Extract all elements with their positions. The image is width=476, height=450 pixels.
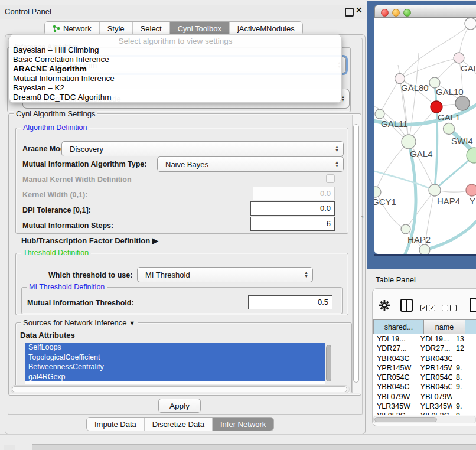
cyni-bottom-tabs: Impute DataDiscretize DataInfer Network [86,417,274,431]
table-row[interactable]: YBR043CYBR043C [373,354,476,363]
network-node-gal[interactable] [454,53,464,63]
tab-discretize-data[interactable]: Discretize Data [145,418,213,431]
column-header[interactable]: name [424,319,465,334]
mi-type-select[interactable]: Naive Bayes ▲▼ [157,156,344,172]
attribute-list-item[interactable]: TopologicalCoefficient [25,353,325,363]
algorithm-option[interactable]: Bayesian – Hill Climbing [9,45,341,55]
network-node-gcy1[interactable] [374,187,381,197]
table-cell: YDL19... [373,334,417,344]
control-panel-title: Control Panel [5,7,51,16]
aracne-mode-select[interactable]: Discovery ▲▼ [61,141,344,156]
node-label: GAL4 [410,149,432,159]
table-cell [452,392,476,402]
network-node-y[interactable] [466,184,476,196]
table-row[interactable]: YBL079WYBL079W [373,392,476,402]
sources-group-title[interactable]: Sources for Network Inference ▼ [21,318,138,327]
hub-definition-toggle[interactable]: Hub/Transcription Factor Definition ▶ [21,236,158,245]
table-cell: 8. [452,373,476,382]
table-cell: 9. [452,363,476,373]
manual-kernel-checkbox[interactable] [326,174,335,183]
tab-select[interactable]: Select [133,22,170,35]
unchecked-box-icon [442,305,448,311]
attribute-list-scrollbar-thumb[interactable] [326,345,331,381]
table-row[interactable]: YPR145WYPR145W9. [373,363,476,373]
mac-close-icon[interactable] [381,9,389,17]
network-node-gal4[interactable] [402,135,416,149]
node-label: Y [470,196,475,206]
mi-steps-field[interactable]: 6 [250,217,335,231]
table-row[interactable]: YDL19...YDL19...13 [373,334,476,344]
table-row[interactable]: YIL052CYIL052C9 [373,411,476,415]
table-cell: YIL052C [417,411,452,415]
screen: Control Panel ✕ NetworkStyleSelectCyni T… [0,0,476,450]
split-columns-button[interactable] [400,299,413,314]
table-row[interactable]: YDR27...YDR27...12 [373,344,476,353]
dropdown-placeholder: Select algorithm to view settings [9,35,341,45]
table-hscrollbar-thumb[interactable] [374,417,437,422]
which-threshold-select[interactable]: MI Threshold ▲▼ [137,267,313,282]
table-cell: YER054C [417,373,452,382]
threshold-definition-title: Threshold Definition [21,249,91,257]
combo-arrows-icon: ▲▼ [335,145,339,152]
network-node-hap2[interactable] [401,224,410,234]
mac-zoom-icon[interactable] [403,9,411,17]
bottom-statusbar [32,444,476,450]
corner-widget[interactable] [4,445,15,450]
network-window-titlebar[interactable] [374,5,476,18]
network-node-swi4[interactable] [444,123,455,135]
network-node-gal80[interactable] [395,74,405,84]
mac-minimize-icon[interactable] [392,9,400,17]
settings-hscrollbar-thumb[interactable] [12,386,347,392]
table-row[interactable]: YER054CYER054C8. [373,373,476,382]
tab-jactivemnodules[interactable]: jActiveMNodules [230,22,302,35]
table-cell: 9 [452,411,476,415]
select-all-columns-button[interactable]: ✓✓ [420,302,435,313]
dpi-tolerance-field[interactable]: 0.0 [250,201,335,216]
settings-scrollbar-thumb[interactable] [353,124,359,383]
tab-infer-network[interactable]: Infer Network [213,418,273,431]
table-cell: YIL052C [373,411,417,415]
network-node-hap4[interactable] [429,184,441,196]
panel-divider [8,414,361,415]
data-attributes-list[interactable]: SelfLoopsTopologicalCoefficientBetweenne… [25,343,325,384]
network-view-canvas[interactable]: GALGAL80GAL10GAL1GAL11SWI4GAL4GCY1HAP4YH… [374,18,476,254]
tab-impute-data[interactable]: Impute Data [87,418,145,431]
table-row[interactable]: YBR045CYBR045C9. [373,382,476,392]
attribute-list-item[interactable]: SelfLoops [25,343,325,353]
algorithm-option[interactable]: Basic Correlation Inference [9,55,341,64]
close-icon[interactable]: ✕ [356,5,363,15]
tab-cyni-toolbox[interactable]: Cyni Toolbox [170,22,230,35]
algorithm-option[interactable]: Mutual Information Inference [9,74,341,83]
algorithm-dropdown-popup: Select algorithm to view settings Bayesi… [9,34,342,103]
table-cell: YPR145W [373,363,417,373]
algorithm-option[interactable]: Bayesian – K2 [9,83,341,93]
algorithm-option[interactable]: Dream8 DC_TDC Algorithm [9,93,341,102]
kernel-width-field[interactable]: 0.0 [253,187,335,200]
network-nodes[interactable]: GALGAL80GAL10GAL1GAL11SWI4GAL4GCY1HAP4YH… [374,18,476,254]
network-node-gal1[interactable] [431,101,442,113]
float-window-icon[interactable] [345,8,354,17]
deselect-all-columns-button[interactable] [442,302,457,313]
table-cell: YBL079W [373,392,417,402]
attribute-list-item[interactable]: BetweennessCentrality [25,362,325,372]
apply-button[interactable]: Apply [158,399,201,413]
expand-right-icon[interactable]: ▶ [152,236,158,245]
network-node[interactable] [455,96,470,110]
splitter-arrow-icon[interactable]: ◂ [361,214,363,219]
network-node-gal11[interactable] [375,109,384,119]
network-node[interactable] [419,244,430,254]
mi-threshold-field[interactable]: 0.5 [248,295,332,309]
table-cell: 13 [452,334,476,344]
table-cell: 9. [452,382,476,392]
network-node[interactable] [465,18,476,30]
new-table-button[interactable] [470,298,476,314]
tab-style[interactable]: Style [100,22,133,35]
table-settings-button[interactable] [379,300,390,313]
attribute-list-item[interactable]: gal4RGexp [25,372,325,382]
algorithm-option[interactable]: ARACNE Algorithm [9,64,341,74]
tab-network[interactable]: Network [45,22,100,35]
network-window-shadow [374,254,476,256]
column-header[interactable] [465,319,476,334]
column-header[interactable]: shared... [373,319,424,334]
table-row[interactable]: YLR345WYLR345W9. [373,402,476,411]
